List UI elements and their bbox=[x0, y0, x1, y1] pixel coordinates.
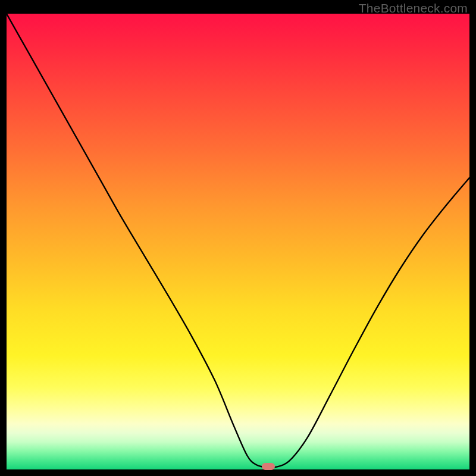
bottleneck-curve bbox=[7, 14, 469, 469]
chart-area bbox=[7, 14, 469, 469]
curve-path bbox=[7, 14, 469, 468]
bottleneck-minimum-marker bbox=[262, 463, 275, 470]
